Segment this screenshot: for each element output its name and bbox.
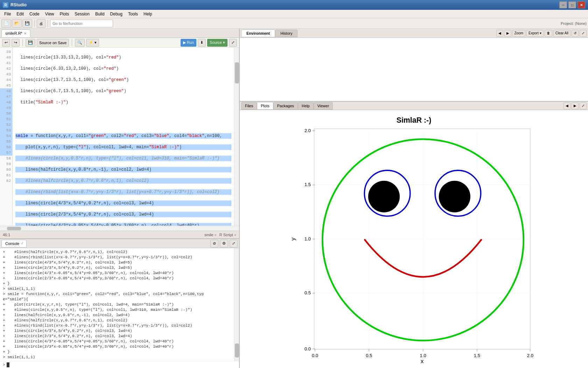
menu-help[interactable]: Help [141, 11, 155, 17]
files-tab-files[interactable]: Files [241, 102, 257, 110]
menu-debug[interactable]: Debug [107, 11, 125, 17]
y-tick-10: 1.0 [304, 236, 311, 241]
cl-9: > smile = function(x,y,r, col1="green", … [3, 292, 231, 297]
console-maximize-button[interactable]: ⤢ [230, 240, 238, 247]
env-refresh-button[interactable]: ↺ [572, 30, 579, 37]
editor-maximize-button[interactable]: ⤢ [229, 39, 237, 47]
menu-plots[interactable]: Plots [57, 11, 72, 17]
menu-tools[interactable]: Tools [125, 11, 141, 17]
ln-48: 48 [0, 100, 12, 105]
plots-maximize-button[interactable]: ⤢ [580, 102, 587, 109]
editor-vscrollbar[interactable] [234, 48, 239, 226]
env-export-button[interactable]: Export ▾ [526, 30, 544, 37]
env-clear-all-button[interactable]: Clear All [553, 30, 570, 37]
env-maximize-button[interactable]: ⤢ [580, 30, 587, 37]
left-panel: smileR.R* ✕ ↩ ↪ 💾 Source on Save 🔍 ⚡ ▾ ▶… [0, 29, 240, 368]
find-button[interactable]: 🔍 [75, 39, 85, 47]
files-tab-packages[interactable]: Packages [273, 102, 298, 110]
go-to-file-input[interactable] [50, 20, 113, 27]
minimize-button[interactable]: ─ [559, 1, 567, 8]
files-tab-help-label: Help [302, 104, 310, 108]
undo-button[interactable]: ↩ [2, 39, 10, 47]
ln-51: 51 [0, 116, 12, 122]
console-options-button[interactable]: ⚙ [220, 240, 228, 247]
menu-file[interactable]: File [1, 11, 14, 17]
console-path: -/ [21, 241, 23, 245]
source-on-save-button[interactable]: Source on Save [37, 39, 69, 47]
close-button[interactable]: ✕ [578, 1, 585, 8]
ln-58: 58 [0, 156, 12, 161]
clear-all-label: Clear All [555, 31, 568, 35]
env-tab-environment[interactable]: Environment [241, 29, 275, 37]
code-line-43: title("SimlaR :-)") [15, 100, 231, 105]
maximize-button[interactable]: □ [568, 1, 576, 8]
files-tab-files-label: Files [245, 104, 253, 108]
ln-59: 59 [0, 161, 12, 167]
console-content[interactable]: + #lines(halfcircle(x,y-0.7*r,0.6*r,n,1)… [0, 248, 234, 361]
run-to-cursor-button[interactable]: ⬇ [198, 39, 206, 47]
code-line-46: smile = function(x,y,r, col1="green", co… [15, 133, 231, 139]
env-back-button[interactable]: ◀ [496, 30, 503, 37]
cl-6: + lines(circle(2/3*x-0.05*x,5/4*y+0.05*y… [3, 276, 231, 281]
editor-tabs: smileR.R* ✕ [0, 29, 239, 38]
plots-forward-button[interactable]: ▶ [572, 102, 579, 109]
new-file-button[interactable]: 📄 [1, 19, 11, 28]
plots-back-button[interactable]: ◀ [564, 102, 570, 109]
main-content: smileR.R* ✕ ↩ ↪ 💾 Source on Save 🔍 ⚡ ▾ ▶… [0, 29, 588, 368]
env-forward-button[interactable]: ▶ [504, 30, 511, 37]
menu-edit[interactable]: Edit [14, 11, 27, 17]
files-tab-viewer[interactable]: Viewer [314, 102, 333, 110]
cl-13: + lines(halfcircle(x,y,0.8*r,n,-1), col=… [3, 313, 231, 318]
editor-toolbar: ↩ ↪ 💾 Source on Save 🔍 ⚡ ▾ ▶ Run ⬇ Sourc… [0, 38, 239, 48]
code-line-47: plot(x,y,r,n), type=("l"), col=col1, lwd… [15, 144, 231, 150]
console-clear-button[interactable]: ⊘ [210, 240, 218, 247]
y-tick-20: 2.0 [304, 128, 311, 133]
code-line-52: lines(circle(4/3*x,5/4*y,0.2*r,n), col=c… [15, 200, 231, 206]
editor-tab-smiler[interactable]: smileR.R* ✕ [1, 29, 30, 37]
console-pane: Console -/ ⊘ ⚙ ⤢ + #lines(halfcircle(x,y… [0, 238, 239, 368]
menu-session[interactable]: Session [72, 11, 92, 17]
env-trash-button[interactable]: 🗑 [545, 30, 552, 37]
ln-44: 44 [0, 77, 12, 83]
console-vscrollbar[interactable] [234, 248, 239, 361]
editor-vscroll-thumb[interactable] [235, 62, 239, 83]
cl-21: > smile(1,1,1) [3, 355, 231, 360]
code-line-41: lines(circle(13.7,13.5,1,100), col="gree… [15, 77, 231, 83]
env-content [240, 38, 588, 101]
cl-1: + #lines(halfcircle(x,y-0.7*r,0.6*r,n,1)… [3, 250, 231, 255]
save-button[interactable]: 💾 [22, 19, 32, 28]
files-tab-plots[interactable]: Plots [257, 102, 273, 110]
editor-position: 46:1 [3, 233, 10, 237]
env-zoom-button[interactable]: Zoom [512, 30, 526, 37]
print-button[interactable]: 🖨 [37, 19, 46, 28]
editor-hscroll-thumb[interactable] [7, 227, 21, 230]
console-tab[interactable]: Console -/ [1, 240, 27, 247]
console-scroll-thumb[interactable] [235, 343, 239, 357]
source-button[interactable]: Source ▾ [207, 39, 227, 47]
env-tab-history[interactable]: History [275, 29, 298, 37]
x-tick-05: 0.5 [366, 353, 372, 358]
open-file-button[interactable]: 📂 [12, 19, 22, 28]
cl-4: + lines(circle(2/3*x,5/4*y,0.2*r,n), col… [3, 265, 231, 271]
run-button[interactable]: ▶ Run [181, 39, 196, 47]
files-tab-help[interactable]: Help [298, 102, 314, 110]
lint-button[interactable]: ⚡ ▾ [86, 39, 99, 47]
ln-49: 49 [0, 105, 12, 111]
editor-tab-indicator: smile ÷ [204, 233, 217, 237]
ln-41: 41 [0, 60, 12, 66]
redo-button[interactable]: ↪ [12, 39, 20, 47]
editor-tab-close[interactable]: ✕ [24, 32, 27, 35]
editor-filetype: R Script ÷ [219, 233, 236, 237]
menu-build[interactable]: Build [92, 11, 107, 17]
ln-39: 39 [0, 49, 12, 55]
code-content[interactable]: lines(circle(13.33,13,2,100), col="red")… [13, 48, 234, 226]
x-axis-label: x [421, 358, 424, 364]
save-file-button[interactable]: 💾 [26, 39, 35, 47]
menu-view[interactable]: View [42, 11, 57, 17]
console-tabs: Console -/ ⊘ ⚙ ⤢ [0, 239, 239, 248]
cl-20: + } [3, 349, 231, 355]
code-editor[interactable]: 39 40 41 42 43 44 45 46 47 48 49 50 51 5… [0, 48, 239, 226]
menu-code[interactable]: Code [27, 11, 42, 17]
editor-hscrollbar[interactable] [0, 226, 239, 231]
x-tick-10: 1.0 [420, 353, 426, 358]
